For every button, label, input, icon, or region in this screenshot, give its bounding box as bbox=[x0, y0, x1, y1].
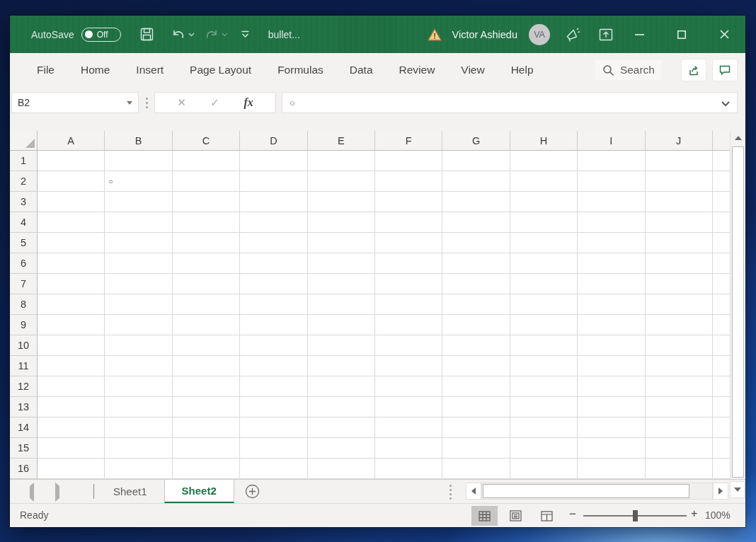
cancel-icon[interactable]: ✕ bbox=[177, 96, 186, 109]
row-header-11[interactable]: 11 bbox=[10, 356, 38, 376]
cell-H11[interactable] bbox=[510, 356, 578, 376]
warning-icon[interactable]: ! bbox=[427, 28, 442, 42]
cell-F4[interactable] bbox=[375, 212, 442, 233]
cell-I10[interactable] bbox=[578, 335, 645, 356]
zoom-slider[interactable] bbox=[583, 515, 687, 517]
cell-A6[interactable] bbox=[38, 253, 105, 274]
cell-D4[interactable] bbox=[240, 212, 307, 233]
cell-E7[interactable] bbox=[308, 274, 375, 294]
column-header-E[interactable]: E bbox=[308, 131, 375, 151]
cell-F13[interactable] bbox=[375, 397, 442, 417]
select-all-button[interactable] bbox=[10, 131, 38, 151]
cell-E3[interactable] bbox=[308, 192, 375, 212]
row-header-3[interactable]: 3 bbox=[10, 192, 38, 212]
cell-partial-10[interactable] bbox=[713, 335, 730, 356]
scroll-left-icon[interactable] bbox=[466, 483, 481, 500]
cell-H9[interactable] bbox=[510, 315, 578, 335]
cell-F16[interactable] bbox=[375, 459, 442, 479]
zoom-level-label[interactable]: 100% bbox=[705, 509, 731, 521]
ribbon-tab-page-layout[interactable]: Page Layout bbox=[190, 64, 251, 76]
row-header-6[interactable]: 6 bbox=[10, 253, 38, 274]
cell-partial-15[interactable] bbox=[713, 438, 730, 459]
row-header-12[interactable]: 12 bbox=[10, 376, 38, 397]
cell-D1[interactable] bbox=[240, 151, 307, 171]
column-header-H[interactable]: H bbox=[510, 131, 578, 151]
cell-J4[interactable] bbox=[646, 212, 713, 233]
cell-F2[interactable] bbox=[375, 171, 442, 192]
cell-C8[interactable] bbox=[173, 294, 240, 315]
search-box[interactable]: Search bbox=[595, 60, 662, 80]
column-header-J[interactable]: J bbox=[646, 131, 713, 151]
cell-C11[interactable] bbox=[173, 356, 240, 376]
name-box[interactable]: B2 bbox=[11, 92, 139, 113]
cell-A1[interactable] bbox=[38, 151, 105, 171]
cell-I15[interactable] bbox=[578, 438, 645, 459]
cell-E12[interactable] bbox=[308, 376, 375, 397]
cell-F15[interactable] bbox=[375, 438, 442, 459]
cell-partial-13[interactable] bbox=[713, 397, 730, 417]
page-break-preview-button[interactable] bbox=[534, 506, 560, 526]
sheet-tab-sheet2[interactable]: Sheet2 bbox=[164, 480, 234, 503]
cell-A14[interactable] bbox=[38, 417, 105, 438]
cell-partial-4[interactable] bbox=[713, 212, 730, 233]
cell-H6[interactable] bbox=[510, 253, 578, 274]
cell-A16[interactable] bbox=[38, 459, 105, 479]
user-avatar[interactable]: VA bbox=[529, 24, 550, 45]
cell-G13[interactable] bbox=[442, 397, 510, 417]
close-button[interactable] bbox=[703, 16, 745, 53]
cell-E16[interactable] bbox=[308, 459, 375, 479]
cell-G11[interactable] bbox=[442, 356, 510, 376]
normal-view-button[interactable] bbox=[471, 506, 498, 526]
cell-F6[interactable] bbox=[375, 253, 442, 274]
cell-J1[interactable] bbox=[646, 151, 713, 171]
row-header-1[interactable]: 1 bbox=[10, 151, 38, 171]
cell-F1[interactable] bbox=[375, 151, 442, 171]
cell-C1[interactable] bbox=[173, 151, 240, 171]
cell-D3[interactable] bbox=[240, 192, 307, 212]
cell-D5[interactable] bbox=[240, 233, 307, 253]
cell-G5[interactable] bbox=[442, 233, 510, 253]
cell-G4[interactable] bbox=[442, 212, 510, 233]
cell-E11[interactable] bbox=[308, 356, 375, 376]
cell-G15[interactable] bbox=[442, 438, 510, 459]
vertical-scrollbar-thumb[interactable] bbox=[732, 146, 744, 478]
cell-B1[interactable] bbox=[105, 151, 172, 171]
cell-J3[interactable] bbox=[646, 192, 713, 212]
cell-A3[interactable] bbox=[38, 192, 105, 212]
cell-J15[interactable] bbox=[646, 438, 713, 459]
cell-F12[interactable] bbox=[375, 376, 442, 397]
cell-D16[interactable] bbox=[240, 459, 307, 479]
cell-E2[interactable] bbox=[308, 171, 375, 192]
row-header-5[interactable]: 5 bbox=[10, 233, 38, 253]
cell-F7[interactable] bbox=[375, 274, 442, 294]
cell-H16[interactable] bbox=[510, 459, 578, 479]
cell-B12[interactable] bbox=[105, 376, 172, 397]
cell-G9[interactable] bbox=[442, 315, 510, 335]
cell-C14[interactable] bbox=[173, 417, 240, 438]
zoom-slider-thumb[interactable] bbox=[633, 510, 638, 521]
horizontal-scrollbar[interactable] bbox=[481, 483, 713, 500]
zoom-in-button[interactable]: + bbox=[691, 507, 697, 520]
row-header-7[interactable]: 7 bbox=[10, 274, 38, 294]
cell-D9[interactable] bbox=[240, 315, 307, 335]
row-header-8[interactable]: 8 bbox=[10, 294, 38, 315]
cell-E13[interactable] bbox=[308, 397, 375, 417]
cell-H12[interactable] bbox=[510, 376, 578, 397]
cell-E5[interactable] bbox=[308, 233, 375, 253]
cell-I5[interactable] bbox=[578, 233, 645, 253]
cell-G12[interactable] bbox=[442, 376, 510, 397]
cell-J12[interactable] bbox=[646, 376, 713, 397]
customize-quick-access-toolbar-icon[interactable] bbox=[241, 30, 250, 38]
cell-partial-7[interactable] bbox=[713, 274, 730, 294]
cell-F5[interactable] bbox=[375, 233, 442, 253]
cell-G3[interactable] bbox=[442, 192, 510, 212]
ribbon-display-options-icon[interactable] bbox=[598, 28, 614, 42]
cell-A10[interactable] bbox=[38, 335, 105, 356]
cell-J13[interactable] bbox=[646, 397, 713, 417]
name-box-dropdown-icon[interactable] bbox=[127, 101, 132, 105]
cell-G10[interactable] bbox=[442, 335, 510, 356]
cell-D8[interactable] bbox=[240, 294, 307, 315]
column-header-C[interactable]: C bbox=[173, 131, 240, 151]
cell-I7[interactable] bbox=[578, 274, 645, 294]
row-header-4[interactable]: 4 bbox=[10, 212, 38, 233]
